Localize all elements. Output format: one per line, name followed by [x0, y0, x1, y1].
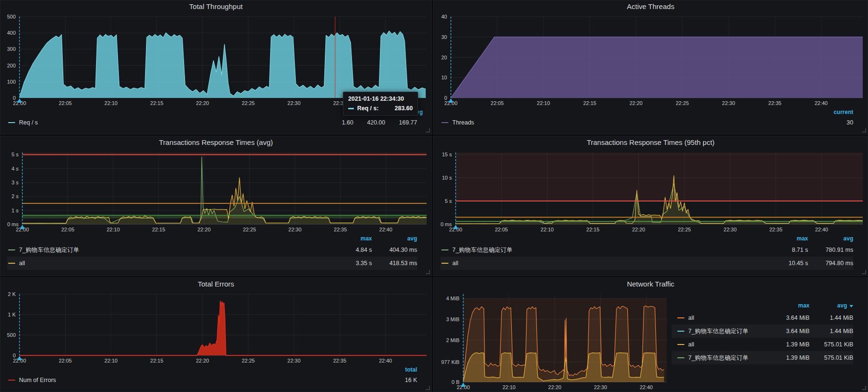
svg-text:15 s: 15 s [442, 152, 452, 157]
svg-text:22:05: 22:05 [61, 227, 75, 232]
svg-text:100: 100 [7, 79, 16, 85]
legend-header-total[interactable]: total [379, 366, 417, 373]
network-chart[interactable]: 0 B977 KiB2 MiB3 MiB4 MiB22:0022:1022:20… [434, 290, 672, 392]
panel-title[interactable]: Transactions Response Times (95th pct) [434, 136, 868, 149]
legend-row-all-received[interactable]: all 3.64 MiB 1.44 MiB [672, 311, 853, 325]
panel-total-errors: Total Errors 05001 K2 K22:0022:0522:1022… [0, 277, 432, 392]
svg-text:22:10: 22:10 [537, 100, 550, 106]
legend-row-all[interactable]: all 3.35 s 418.53 ms [7, 257, 417, 270]
legend-row-errors[interactable]: Num of Errors 16 K [7, 374, 417, 386]
panel-title[interactable]: Transactions Response Times (avg) [0, 136, 431, 149]
svg-text:22:25: 22:25 [243, 227, 256, 232]
series-name: 7_购物车信息确定订单 [452, 246, 512, 254]
legend-row-cart-received[interactable]: 7_购物车信息确定订单 3.64 MiB 1.44 MiB [672, 325, 853, 338]
panel-title[interactable]: Total Throughput [0, 0, 431, 13]
tooltip-series-name: Req / s: [357, 105, 379, 112]
legend-header-max[interactable]: max [327, 235, 372, 242]
legend-row-all[interactable]: all 10.45 s 794.80 ms [440, 257, 853, 270]
legend: max avg all 3.64 MiB 1.44 MiB 7_购物车信息确定订… [672, 290, 868, 392]
series-name: all [452, 260, 458, 267]
svg-text:22:20: 22:20 [196, 358, 209, 363]
svg-text:22:15: 22:15 [586, 227, 600, 232]
panel-resize-handle[interactable] [426, 270, 430, 274]
response-avg-chart[interactable]: 0 ms1 s2 s3 s4 s5 s22:0022:0522:1022:152… [0, 149, 431, 234]
legend-header-row: max avg [672, 300, 853, 311]
panel-response-times-95th: Transactions Response Times (95th pct) 0… [433, 136, 868, 276]
svg-text:22:30: 22:30 [287, 100, 301, 106]
legend-header-row: max avg [440, 234, 853, 243]
legend-row-cart-transaction[interactable]: 7_购物车信息确定订单 8.71 s 780.91 ms [440, 243, 853, 257]
threads-chart[interactable]: 01020304022:0022:0522:1022:1522:2022:252… [434, 13, 868, 107]
panel-title[interactable]: Network Traffic [434, 278, 868, 290]
svg-text:22:05: 22:05 [59, 100, 72, 106]
svg-text:30: 30 [441, 34, 447, 40]
panel-response-times-avg: Transactions Response Times (avg) 0 ms1 … [0, 136, 432, 276]
svg-text:977 KiB: 977 KiB [441, 359, 459, 365]
svg-text:22:40: 22:40 [815, 227, 829, 232]
legend-value-avg: 780.91 ms [808, 247, 853, 253]
panel-title[interactable]: Active Threads [434, 0, 868, 13]
legend-row-cart-transaction[interactable]: 7_购物车信息确定订单 4.84 s 404.30 ms [7, 243, 417, 257]
errors-chart[interactable]: 05001 K2 K22:0022:0522:1022:1522:2022:25… [0, 290, 431, 365]
panel-resize-handle[interactable] [862, 270, 866, 274]
legend-value-avg: 404.30 ms [372, 247, 417, 253]
legend-header-max[interactable]: max [766, 302, 809, 309]
svg-text:500: 500 [7, 14, 16, 19]
series-color-dash [677, 331, 684, 332]
svg-text:22:10: 22:10 [107, 227, 120, 232]
svg-text:1 s: 1 s [11, 208, 19, 213]
svg-text:22:10: 22:10 [105, 100, 118, 106]
series-color-dash [441, 122, 449, 123]
legend-value-avg: 418.53 ms [372, 260, 417, 267]
series-name: all [19, 260, 25, 267]
series-color-dash [677, 357, 684, 358]
legend-row-reqs[interactable]: Req / s 1.60 420.00 169.77 [7, 117, 417, 128]
svg-text:22:30: 22:30 [594, 384, 607, 390]
svg-text:22:40: 22:40 [815, 100, 828, 106]
series-name: all [688, 341, 694, 348]
svg-text:22:20: 22:20 [632, 227, 645, 232]
svg-text:400: 400 [7, 30, 16, 36]
series-name: 7_购物车信息确定订单 [688, 354, 748, 362]
legend-value-max: 1.39 MiB [766, 354, 809, 361]
legend-header-avg[interactable]: avg [808, 235, 853, 242]
legend-row-cart-sent[interactable]: 7_购物车信息确定订单 1.39 MiB 575.01 KiB [672, 351, 853, 364]
series-name: 7_购物车信息确定订单 [688, 327, 748, 335]
legend-header-max[interactable]: max [763, 235, 808, 242]
legend-row-all-sent[interactable]: all 1.39 MiB 575.01 KiB [672, 338, 853, 351]
legend-header-row: current [440, 107, 853, 117]
panel-resize-handle[interactable] [426, 128, 430, 133]
series-name: Req / s [19, 119, 38, 126]
svg-text:40: 40 [441, 14, 447, 19]
legend: current Threads 30 [434, 107, 868, 134]
svg-text:2 K: 2 K [8, 291, 16, 297]
graph-tooltip: 2021-01-16 22:34:30 Req / s: 283.60 [343, 92, 418, 116]
legend-header-avg[interactable]: avg [372, 235, 417, 242]
svg-text:5 s: 5 s [445, 198, 452, 204]
legend-value-min: 1.60 [322, 119, 353, 126]
panel-resize-handle[interactable] [862, 128, 866, 133]
panel-title[interactable]: Total Errors [0, 278, 431, 290]
panel-resize-handle[interactable] [426, 386, 430, 390]
series-name: 7_购物车信息确定订单 [19, 246, 79, 254]
legend-header-row: total [7, 365, 417, 374]
panel-resize-handle[interactable] [862, 386, 866, 390]
series-name: all [688, 315, 694, 321]
svg-text:22:40: 22:40 [640, 384, 653, 390]
svg-text:500: 500 [7, 332, 16, 338]
legend-header-avg[interactable]: avg [809, 302, 853, 309]
legend-value-current: 30 [815, 119, 853, 126]
svg-text:2 MiB: 2 MiB [446, 337, 459, 343]
svg-text:22:40: 22:40 [379, 358, 392, 363]
tooltip-series-value: 283.60 [395, 105, 413, 112]
svg-text:22:15: 22:15 [152, 227, 166, 232]
svg-text:200: 200 [7, 63, 16, 68]
legend-value-max: 3.35 s [327, 260, 372, 267]
svg-text:22:35: 22:35 [769, 227, 782, 232]
legend-value-avg: 794.80 ms [808, 260, 853, 267]
svg-text:22:10: 22:10 [105, 358, 118, 363]
legend-row-threads[interactable]: Threads 30 [440, 117, 853, 128]
legend-header-current[interactable]: current [815, 109, 853, 115]
legend-value-avg: 1.44 MiB [809, 328, 853, 335]
response-95th-chart[interactable]: 0 ms5 s10 s15 s22:0022:0522:1022:1522:20… [434, 149, 868, 234]
